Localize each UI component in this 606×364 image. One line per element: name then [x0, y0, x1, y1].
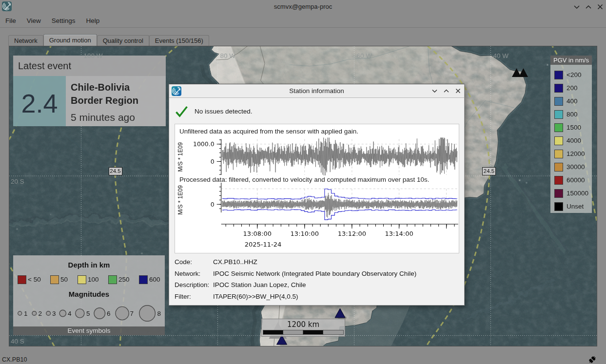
field-label: Filter: — [175, 293, 191, 300]
magnitude-label: 3 — [52, 310, 56, 317]
dialog-minimize-button[interactable] — [430, 87, 439, 95]
svg-text:24.5: 24.5 — [110, 168, 120, 174]
ring-distance-label: 24.5 — [483, 167, 496, 175]
magnitude-legend-row: 12345678 — [13, 300, 165, 326]
window-close-button[interactable] — [596, 2, 605, 11]
menu-item-view[interactable]: View — [21, 13, 46, 28]
tab-quality-control[interactable]: Quality control — [97, 35, 149, 46]
tab-ground-motion[interactable]: Ground motion — [43, 34, 97, 46]
station-information-dialog[interactable]: Station information No issues detected. … — [169, 84, 465, 306]
pgv-swatch-200 — [554, 84, 563, 93]
latest-event-region-line2: Border Region — [71, 95, 138, 106]
menu-bar: FileViewSettingsHelp — [0, 13, 606, 28]
window-titlebar[interactable]: scmvx@gempa-proc — [0, 0, 606, 13]
pgv-label: 800 — [567, 110, 578, 119]
magnitude-circle-5 — [76, 309, 84, 318]
tab-events-150-156-[interactable]: Events (150/156) — [149, 35, 209, 46]
depth-swatch-50 — [50, 275, 59, 284]
depth-label: < 50 — [28, 275, 41, 284]
map-scale-panel: 1200 km — [261, 319, 345, 337]
envelope-lower — [222, 210, 457, 220]
menu-item-help[interactable]: Help — [81, 13, 105, 28]
magnitude-circle-8 — [139, 306, 156, 322]
window-minimize-button[interactable] — [572, 2, 581, 11]
connection-status-icon — [588, 355, 597, 364]
latest-event-header: Latest event — [13, 56, 166, 76]
dialog-close-button[interactable] — [454, 87, 462, 95]
depth-swatch-600 — [139, 275, 148, 284]
menu-item-settings[interactable]: Settings — [46, 13, 81, 28]
dialog-maximize-button[interactable] — [442, 87, 450, 95]
pgv-label: 1500 — [567, 123, 581, 132]
status-station-code: CX.PB10 — [2, 356, 27, 363]
pgv-swatch-Unset — [554, 202, 563, 211]
magnitude-label: 6 — [107, 310, 111, 317]
event-symbols-panel: Depth in km < 5050100250600 Magnitudes 1… — [13, 255, 165, 335]
pgv-swatch-30000 — [554, 163, 563, 172]
magnitude-legend-title: Magnitudes — [13, 290, 165, 298]
field-label: Network: — [175, 270, 200, 277]
magnitude-label: 5 — [86, 310, 90, 317]
plot2-ytick-0: 0 — [211, 201, 215, 208]
pgv-legend-title: PGV in nm/s — [550, 56, 592, 65]
depth-label: 250 — [118, 275, 130, 284]
pgv-swatch-12000 — [554, 150, 563, 158]
check-icon — [175, 106, 189, 117]
latest-event-time-ago: 5 minutes ago — [71, 112, 135, 123]
pgv-swatch-800 — [554, 110, 563, 119]
pgv-label: 400 — [567, 97, 578, 106]
magnitude-circle-1 — [18, 311, 22, 315]
menu-item-file[interactable]: File — [0, 13, 21, 28]
event-symbols-body: Depth in km < 5050100250600 Magnitudes 1… — [13, 255, 165, 326]
pgv-label: <200 — [567, 71, 581, 79]
plot1-ytick-0: 0 — [211, 158, 215, 165]
magnitude-circle-4 — [59, 310, 66, 316]
latest-event-info: Chile-Bolivia Border Region 5 minutes ag… — [66, 76, 166, 126]
window-maximize-button[interactable] — [584, 2, 593, 11]
scale-segment — [263, 330, 283, 334]
depth-swatch-<50 — [18, 275, 26, 284]
x-tick-label: 13:10:00 — [291, 230, 319, 237]
magnitude-label: 2 — [39, 310, 42, 317]
depth-label: 600 — [149, 275, 160, 284]
pgv-swatch-4000 — [554, 136, 563, 145]
field-value: ITAPER(60)>>BW_HP(4,0.5) — [213, 293, 298, 300]
x-axis-date: 2025-11-24 — [245, 241, 282, 248]
depth-label: 100 — [88, 275, 99, 284]
waveform-plot: 1000.00013:08:0013:10:0013:12:0013:14:00… — [175, 124, 459, 253]
scale-segment — [283, 330, 303, 334]
magnitude-label: 4 — [68, 310, 72, 317]
scale-segment — [323, 330, 343, 334]
pgv-label: 4000 — [567, 136, 581, 145]
magnitude-label: 8 — [157, 310, 161, 317]
magnitude-circle-2 — [32, 311, 37, 316]
ring-distance-label: 24.5 — [109, 167, 122, 175]
magnitude-circle-7 — [116, 307, 129, 320]
status-bar: CX.PB10 — [0, 346, 606, 364]
magnitude-label: 7 — [130, 310, 134, 317]
svg-text:24.5: 24.5 — [484, 168, 494, 174]
magnitude-circle-3 — [46, 311, 51, 316]
dialog-title: Station information — [169, 84, 464, 97]
pgv-swatch-60000 — [554, 176, 563, 185]
pgv-label: 150000 — [567, 189, 588, 198]
pgv-label: 60000 — [567, 176, 585, 185]
tab-network[interactable]: Network — [8, 35, 43, 46]
scale-segment — [303, 330, 323, 334]
pgv-label: 30000 — [567, 163, 585, 172]
pgv-swatch-400 — [554, 97, 563, 106]
pgv-swatch-1500 — [554, 123, 563, 132]
plot2-ylabel: M/S * 1E09 — [177, 185, 184, 215]
latest-event-region-line1: Chile-Bolivia — [71, 82, 130, 93]
pgv-legend-panel: PGV in nm/s <200200400800150040001200030… — [550, 56, 592, 213]
field-label: Code: — [175, 258, 192, 266]
pgv-label: Unset — [567, 202, 584, 211]
pgv-swatch-150000 — [554, 189, 563, 198]
field-value: CX.PB10..HHZ — [213, 258, 257, 266]
depth-swatch-100 — [78, 275, 86, 284]
dialog-titlebar[interactable]: Station information — [169, 84, 464, 98]
event-symbols-footer: Event symbols — [13, 326, 165, 335]
magnitude-circle-6 — [94, 308, 105, 319]
window-title: scmvx@gempa-proc — [0, 0, 606, 13]
depth-legend-title: Depth in km — [13, 261, 165, 269]
